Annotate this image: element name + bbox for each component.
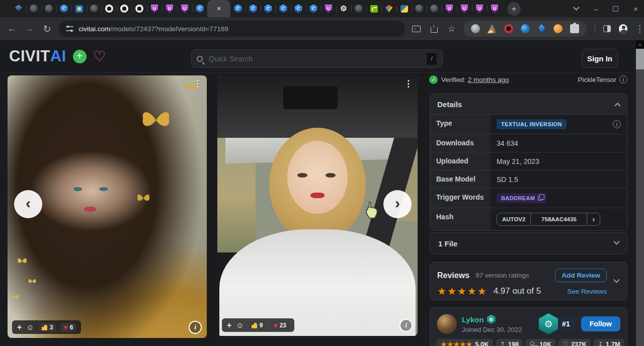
browser-menu-icon[interactable]: ⋮ <box>635 24 644 34</box>
image2-reactions: + ☺ 9 ♥23 <box>222 318 294 332</box>
puzzle-extension-icon[interactable] <box>570 24 579 33</box>
tab-github[interactable] <box>117 0 132 17</box>
add-review-button[interactable]: Add Review <box>555 269 607 282</box>
hash-control[interactable]: AUTOV2 758AAC4435 › <box>497 213 600 226</box>
tab-prism[interactable] <box>381 0 396 17</box>
image2-menu-icon[interactable]: ⋮ <box>404 78 413 89</box>
quick-search-bar[interactable]: / <box>191 49 443 68</box>
kite-extension-icon[interactable] <box>538 24 545 33</box>
tab-kit[interactable] <box>71 0 87 17</box>
files-accordion[interactable]: 1 File <box>430 232 627 254</box>
tab-civitai[interactable]: C <box>192 0 207 17</box>
creator-avatar[interactable] <box>437 314 457 334</box>
tab-shield[interactable]: U <box>147 0 162 17</box>
tab-shield[interactable]: U <box>472 0 487 17</box>
install-app-icon[interactable] <box>412 26 421 32</box>
heart-chip[interactable]: ♥23 <box>270 321 289 330</box>
tab-python[interactable] <box>396 0 412 17</box>
tab-globe[interactable] <box>427 0 442 17</box>
see-reviews-link[interactable]: See Reviews <box>567 288 607 295</box>
tab-civitai[interactable]: C <box>306 0 321 17</box>
type-info-icon[interactable]: i <box>613 120 621 128</box>
tab-civitai[interactable]: C <box>276 0 291 17</box>
tab-github[interactable] <box>102 0 117 17</box>
trigger-word-badge[interactable]: BADDREAM <box>497 193 547 203</box>
civitai-logo[interactable]: CIVIT AI <box>9 47 66 65</box>
side-panel-icon[interactable] <box>603 25 611 32</box>
tab-civitai[interactable]: C <box>246 0 261 17</box>
tab-shield[interactable]: U <box>321 0 336 17</box>
verified-time-link[interactable]: 2 months ago <box>468 76 509 83</box>
site-info-icon[interactable] <box>66 26 73 32</box>
scroll-up-button[interactable]: ▲ <box>636 40 644 49</box>
tab-search-chevron-icon[interactable] <box>573 4 580 11</box>
globe-extension-icon[interactable] <box>471 24 480 33</box>
hash-algo[interactable]: AUTOV2 <box>497 213 530 225</box>
restore-button[interactable] <box>613 6 618 12</box>
tab-globe[interactable] <box>87 0 102 17</box>
search-input[interactable] <box>208 54 426 63</box>
sign-in-button[interactable]: Sign In <box>582 49 618 68</box>
close-window-button[interactable]: × <box>633 5 638 13</box>
carousel-prev-button[interactable]: ‹ <box>14 190 42 218</box>
tab-shield[interactable]: U <box>487 0 502 17</box>
tab-shield[interactable]: U <box>442 0 457 17</box>
tab-civitai[interactable]: C <box>230 0 246 17</box>
thumbs-up-chip[interactable]: 9 <box>249 321 266 329</box>
cookie-extension-icon[interactable] <box>553 24 562 33</box>
image2-info-icon[interactable]: i <box>399 319 413 332</box>
tab-civitai[interactable]: C <box>261 0 276 17</box>
reload-button[interactable]: ↻ <box>41 23 53 35</box>
emoji-react-icon[interactable]: ☺ <box>236 321 244 329</box>
add-reaction-button[interactable]: + <box>17 323 22 332</box>
nvidia-favicon <box>370 5 378 13</box>
minimize-button[interactable]: – <box>594 5 598 13</box>
close-tab-icon[interactable]: × <box>217 5 221 12</box>
new-tab-button[interactable]: + <box>507 2 521 16</box>
copy-icon[interactable] <box>538 196 542 201</box>
tab-globe[interactable] <box>412 0 427 17</box>
favorites-heart-icon[interactable]: ♡ <box>93 49 106 64</box>
tab-civitai[interactable]: C <box>291 0 306 17</box>
off-badge-extension-icon[interactable]: off <box>488 24 497 33</box>
sphere-extension-icon[interactable] <box>521 24 530 33</box>
image1-menu-icon[interactable]: ⋮ <box>193 78 202 89</box>
tab-civitai[interactable]: C <box>56 0 71 17</box>
bookmark-star-icon[interactable]: ☆ <box>448 24 455 34</box>
create-plus-button[interactable]: + <box>73 50 87 63</box>
details-header[interactable]: Details <box>430 94 627 114</box>
heart-chip[interactable]: ♥6 <box>60 323 76 332</box>
chevron-right-icon: › <box>395 195 400 212</box>
tab-globe[interactable] <box>26 0 41 17</box>
creator-name[interactable]: Lykon <box>462 315 484 324</box>
carousel-next-button[interactable]: › <box>383 190 412 218</box>
follow-button[interactable]: Follow <box>581 316 620 331</box>
profile-avatar[interactable] <box>619 24 627 34</box>
format-info-icon[interactable]: i <box>619 75 627 83</box>
back-button[interactable]: ← <box>6 23 18 34</box>
opera-extension-icon[interactable] <box>504 24 513 33</box>
tab-shield[interactable]: U <box>162 0 177 17</box>
hash-value[interactable]: 758AAC4435 <box>530 213 587 225</box>
tab-shield[interactable]: U <box>177 0 192 17</box>
scrollbar[interactable]: ▲ <box>636 40 644 346</box>
scrollbar-thumb[interactable] <box>636 49 644 69</box>
image1-info-icon[interactable]: i <box>189 321 202 334</box>
tab-shield[interactable]: U <box>457 0 472 17</box>
civitai-favicon: C <box>279 5 287 13</box>
forward-button[interactable]: → <box>24 23 35 34</box>
tab-globe[interactable] <box>351 0 366 17</box>
add-reaction-button[interactable]: + <box>227 321 231 330</box>
tab-active[interactable]: × <box>207 0 230 17</box>
type-badge[interactable]: TEXTUAL INVERSION <box>497 119 567 129</box>
emoji-react-icon[interactable]: ☺ <box>26 323 34 331</box>
tab-github[interactable] <box>132 0 147 17</box>
tab-gem[interactable] <box>11 0 26 17</box>
thumbs-up-chip[interactable]: 3 <box>39 323 56 331</box>
address-bar[interactable]: civitai.com/models/72437?modelVersionId=… <box>59 21 405 37</box>
hash-expand-icon[interactable]: › <box>587 213 600 225</box>
tab-globe[interactable] <box>41 0 56 17</box>
tab-nvidia[interactable] <box>366 0 381 17</box>
tab-gear[interactable]: ⚙ <box>336 0 351 17</box>
share-icon[interactable] <box>431 27 438 33</box>
